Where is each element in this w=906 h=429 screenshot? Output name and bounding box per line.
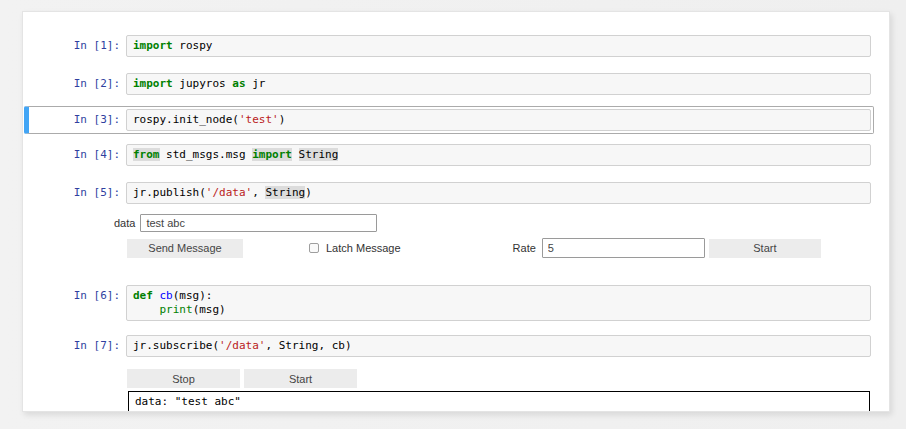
input-prompt: In [4]:: [31, 144, 126, 166]
rate-field-input[interactable]: [542, 238, 705, 258]
publish-start-button[interactable]: Start: [709, 239, 821, 258]
latch-message-label: Latch Message: [326, 242, 401, 254]
code-editor[interactable]: jr.subscribe('/data', String, cb): [126, 335, 871, 357]
subscribe-widget: Stop Start data: "test abc" data: "test …: [23, 369, 874, 412]
code-editor[interactable]: import rospy: [126, 35, 871, 57]
output-line: data: "test abc": [135, 409, 863, 412]
data-field-label: data: [114, 217, 135, 229]
code-cell-5[interactable]: In [5]: jr.publish('/data', String): [24, 179, 874, 207]
input-prompt: In [1]:: [31, 35, 126, 57]
input-prompt: In [2]:: [31, 73, 126, 95]
code-cell-2[interactable]: In [2]: import jupyros as jr: [24, 70, 874, 98]
code-cell-1[interactable]: In [1]: import rospy: [24, 32, 874, 60]
code-editor[interactable]: rospy.init_node('test'): [126, 109, 871, 131]
desktop-background: In [1]: import rospy In [2]: import jupy…: [0, 0, 906, 429]
code-cell-3-selected[interactable]: In [3]: rospy.init_node('test'): [24, 106, 874, 134]
code-editor[interactable]: import jupyros as jr: [126, 73, 871, 95]
subscribe-start-button[interactable]: Start: [244, 369, 357, 388]
publish-widget: data Send Message Latch Message Rate Sta…: [23, 214, 874, 282]
latch-message-checkbox[interactable]: [309, 243, 319, 253]
code-editor[interactable]: jr.publish('/data', String): [126, 182, 871, 204]
notebook-panel: In [1]: import rospy In [2]: import jupy…: [22, 11, 890, 412]
code-cell-7[interactable]: In [7]: jr.subscribe('/data', String, cb…: [24, 332, 874, 360]
subscribe-stop-button[interactable]: Stop: [127, 369, 240, 388]
rate-field-label: Rate: [513, 242, 536, 254]
subscribe-output-log: data: "test abc" data: "test abc" data: …: [128, 391, 870, 412]
code-cell-6[interactable]: In [6]: def cb(msg): print(msg): [24, 282, 874, 324]
send-message-button[interactable]: Send Message: [127, 239, 243, 258]
code-editor[interactable]: def cb(msg): print(msg): [126, 285, 871, 321]
input-prompt: In [5]:: [31, 182, 126, 204]
input-prompt: In [6]:: [31, 285, 126, 321]
input-prompt: In [7]:: [31, 335, 126, 357]
code-editor[interactable]: from std_msgs.msg import String: [126, 144, 871, 166]
data-field-input[interactable]: [140, 214, 377, 232]
input-prompt: In [3]:: [31, 109, 126, 131]
code-cell-4[interactable]: In [4]: from std_msgs.msg import String: [24, 141, 874, 169]
output-line: data: "test abc": [135, 394, 863, 409]
